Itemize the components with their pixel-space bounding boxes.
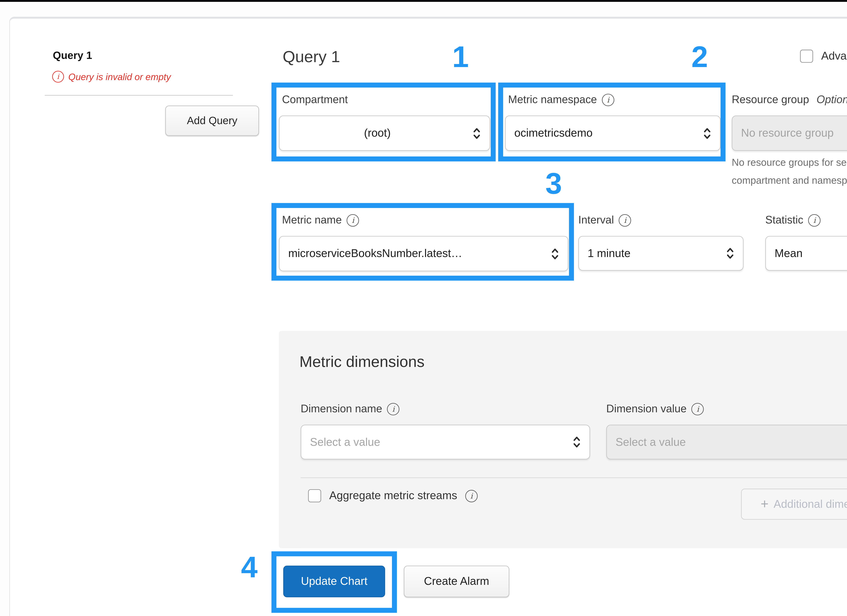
- select-caret-icon: [573, 435, 581, 449]
- resource-group-helper-line1: No resource groups for selected: [732, 157, 847, 168]
- top-window-bar: [0, 0, 847, 2]
- resource-group-label-row: Resource group Optional i: [732, 93, 847, 106]
- additional-dimension-button[interactable]: + Additional dimension: [741, 489, 847, 520]
- step-marker-1: 1: [452, 42, 469, 72]
- info-icon[interactable]: i: [692, 403, 704, 415]
- dimension-name-label: Dimension name: [301, 402, 382, 416]
- info-icon[interactable]: i: [465, 489, 478, 502]
- compartment-label: Compartment: [282, 93, 348, 106]
- step-marker-4: 4: [241, 553, 258, 582]
- metric-name-label-row: Metric name i: [282, 214, 359, 227]
- aggregate-row: Aggregate metric streams i: [308, 489, 478, 502]
- info-icon[interactable]: i: [602, 93, 614, 106]
- advanced-mode-checkbox[interactable]: [800, 50, 813, 63]
- sidebar-query-title: Query 1: [53, 50, 92, 62]
- dimension-name-label-row: Dimension name i: [301, 402, 400, 416]
- step-marker-3: 3: [545, 169, 562, 199]
- dimension-value-select[interactable]: Select a value: [606, 424, 847, 459]
- page-title: Query 1: [283, 47, 340, 66]
- select-caret-icon: [551, 246, 559, 261]
- resource-group-label: Resource group: [732, 93, 809, 106]
- metric-namespace-label: Metric namespace: [508, 93, 597, 106]
- info-icon[interactable]: i: [387, 403, 400, 415]
- error-text: Query is invalid or empty: [68, 71, 171, 82]
- interval-label: Interval: [578, 214, 614, 227]
- statistic-label-row: Statistic i: [765, 214, 820, 227]
- aggregate-label: Aggregate metric streams: [329, 489, 457, 502]
- dimension-value-label-row: Dimension value i: [606, 402, 704, 416]
- plus-icon: +: [761, 496, 769, 512]
- step-marker-2: 2: [691, 42, 708, 72]
- statistic-select[interactable]: Mean: [765, 236, 847, 271]
- statistic-value: Mean: [775, 247, 847, 260]
- dimension-value-label: Dimension value: [606, 402, 686, 416]
- info-icon[interactable]: i: [347, 214, 359, 226]
- metric-namespace-select[interactable]: ocimetricsdemo: [505, 115, 720, 151]
- metric-dimensions-title: Metric dimensions: [300, 353, 425, 371]
- resource-group-optional-label: Optional: [816, 93, 847, 106]
- metric-namespace-label-row: Metric namespace i: [508, 93, 614, 106]
- advanced-mode-row: Advanced mode: [800, 50, 847, 63]
- select-caret-icon: [726, 246, 734, 261]
- info-icon[interactable]: i: [809, 214, 821, 226]
- error-info-icon: i: [52, 71, 64, 83]
- sidebar-divider: [45, 95, 233, 96]
- compartment-select[interactable]: (root): [279, 115, 490, 151]
- statistic-label: Statistic: [765, 214, 803, 227]
- interval-label-row: Interval i: [578, 214, 632, 227]
- create-alarm-button[interactable]: Create Alarm: [404, 566, 509, 597]
- screen: Query 1 i Query is invalid or empty Add …: [0, 0, 847, 616]
- select-caret-icon: [703, 126, 711, 141]
- update-chart-button[interactable]: Update Chart: [283, 566, 385, 597]
- resource-group-helper-line2: compartment and namespace: [732, 175, 847, 186]
- interval-value: 1 minute: [588, 247, 720, 260]
- info-icon[interactable]: i: [619, 214, 632, 226]
- metric-dimensions-divider: [301, 477, 847, 478]
- metric-namespace-value: ocimetricsdemo: [514, 127, 697, 140]
- resource-group-select[interactable]: No resource group: [732, 115, 847, 151]
- resource-group-value: No resource group: [741, 127, 847, 140]
- metric-name-label: Metric name: [282, 214, 342, 227]
- additional-dimension-label: Additional dimension: [774, 498, 847, 511]
- query-error-message: i Query is invalid or empty: [52, 71, 171, 83]
- dimension-name-select[interactable]: Select a value: [301, 424, 590, 459]
- dimension-name-placeholder: Select a value: [310, 436, 567, 448]
- dimension-value-placeholder: Select a value: [615, 436, 847, 448]
- add-query-button[interactable]: Add Query: [165, 106, 259, 136]
- aggregate-checkbox[interactable]: [308, 489, 321, 502]
- interval-select[interactable]: 1 minute: [578, 236, 744, 271]
- select-caret-icon: [473, 126, 481, 141]
- compartment-value: (root): [288, 127, 466, 140]
- metric-name-value: microserviceBooksNumber.latest…: [288, 247, 544, 260]
- advanced-mode-label: Advanced mode: [821, 50, 847, 63]
- metric-name-select[interactable]: microserviceBooksNumber.latest…: [279, 236, 568, 271]
